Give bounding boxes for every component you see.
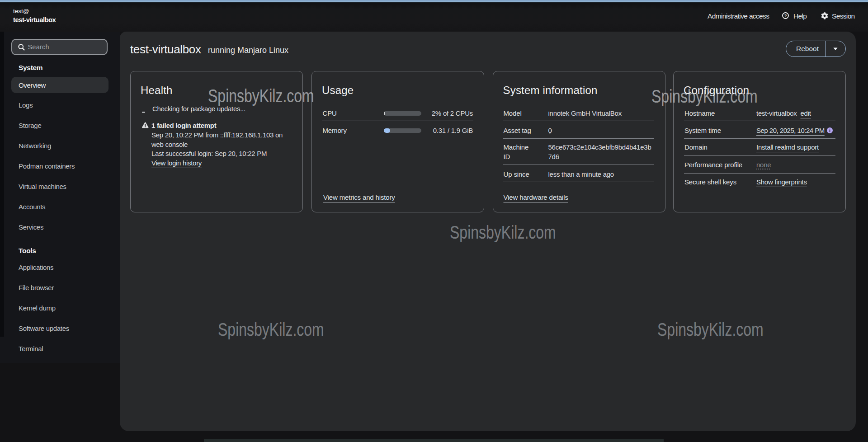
svg-text:?: ?	[784, 13, 787, 18]
